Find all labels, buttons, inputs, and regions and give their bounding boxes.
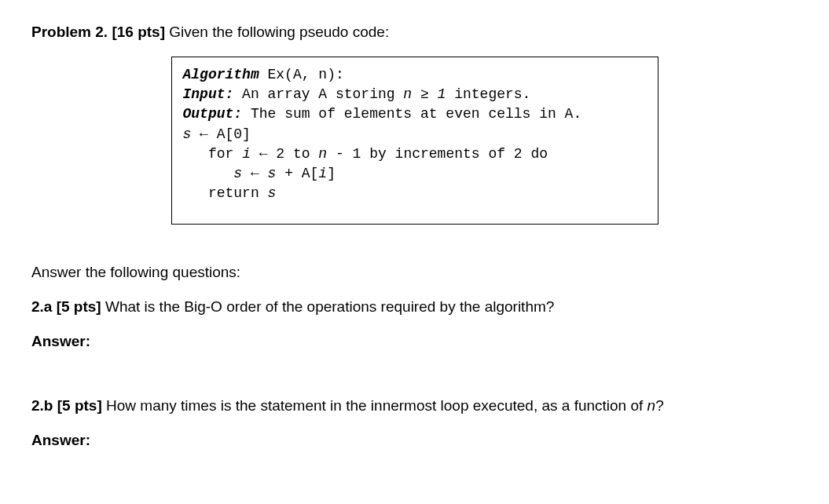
question-2a-text: What is the Big-O order of the operation… xyxy=(101,298,555,315)
code-line5-mid: ← 2 to xyxy=(251,146,318,162)
problem-number: Problem 2. [16 pts] xyxy=(31,24,165,40)
answer-label-2b: Answer: xyxy=(31,432,798,449)
code-line6-i: i xyxy=(318,166,327,181)
code-output-kw: Output: xyxy=(183,106,243,122)
code-line6-mid: ← xyxy=(242,166,267,181)
code-input-kw: Input: xyxy=(183,86,234,102)
code-line6-s2: s xyxy=(268,166,277,181)
code-line6-plus: + A[ xyxy=(276,166,318,181)
question-2b: 2.b [5 pts] How many times is the statem… xyxy=(31,397,798,415)
followup-text: Answer the following questions: xyxy=(31,264,798,281)
code-line5-n: n xyxy=(318,146,327,162)
question-2a-label: 2.a [5 pts] xyxy=(31,298,101,315)
code-line1-rest: Ex(A, n): xyxy=(259,67,344,82)
code-line6-close: ] xyxy=(327,166,336,181)
question-2b-text1: How many times is the statement in the i… xyxy=(102,397,647,414)
code-line3-rest: The sum of elements at even cells in A. xyxy=(242,106,581,122)
code-line5-pre: for xyxy=(183,146,243,162)
question-2a: 2.a [5 pts] What is the Big-O order of t… xyxy=(31,298,798,316)
answer-label-2a: Answer: xyxy=(31,333,798,350)
question-2b-n: n xyxy=(647,397,656,414)
code-line6-pre xyxy=(183,166,234,181)
code-line2-rest3: integers. xyxy=(446,86,530,102)
problem-header: Problem 2. [16 pts] Given the following … xyxy=(31,24,798,41)
code-line7-s: s xyxy=(268,185,277,201)
code-algorithm-kw: Algorithm xyxy=(183,67,259,82)
code-line2-n: n xyxy=(403,86,412,102)
question-2b-label: 2.b [5 pts] xyxy=(31,397,102,414)
code-line4-s: s xyxy=(183,126,192,142)
code-line2-rest2: ≥ xyxy=(412,86,437,102)
problem-intro: Given the following pseudo code: xyxy=(165,24,389,40)
code-line2-one: 1 xyxy=(438,86,446,102)
pseudocode-box: Algorithm Ex(A, n): Input: An array A st… xyxy=(171,57,658,225)
code-line7-pre: return xyxy=(183,185,268,201)
code-line5-i: i xyxy=(242,146,251,162)
code-line2-rest1: An array A storing xyxy=(233,86,403,102)
question-2b-text2: ? xyxy=(655,397,664,414)
code-line6-s1: s xyxy=(233,166,242,181)
code-line5-rest: - 1 by increments of 2 do xyxy=(327,146,548,162)
code-line4-rest: ← A[0] xyxy=(191,126,251,142)
